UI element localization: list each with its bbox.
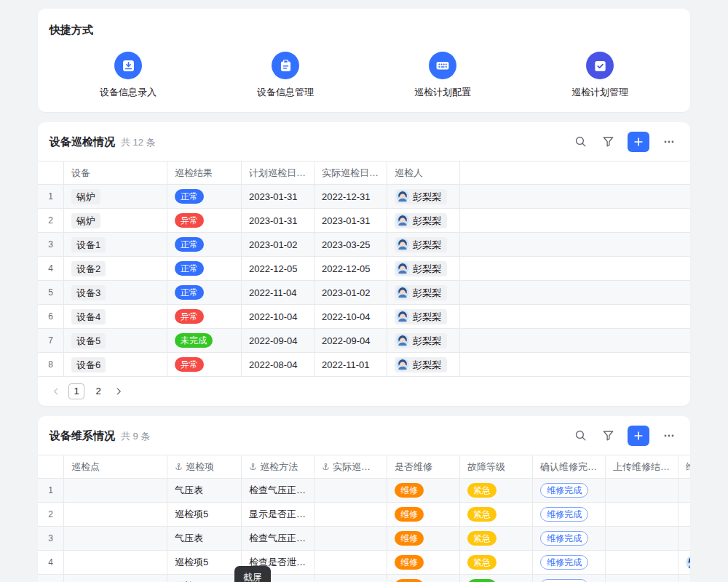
cell-item: 气压表	[167, 479, 242, 502]
table-row[interactable]: 6设备4异常2022-10-042022-10-04彭梨梨	[38, 305, 690, 329]
column-header: 设备	[64, 162, 167, 184]
cell-actual_date: 2022-10-04	[314, 305, 387, 328]
column-label: 巡检方法	[260, 461, 298, 474]
status-badge: 紧急	[467, 483, 496, 498]
person-avatar-icon	[396, 286, 409, 299]
column-label: 上传维修结…	[613, 461, 670, 474]
cell-inspector: 彭梨梨	[387, 281, 460, 304]
cell-confirm: 维修完成	[533, 551, 606, 574]
device-tag: 设备3	[71, 285, 106, 300]
status-badge: 异常	[175, 309, 204, 324]
cell-confirm: 维修完成	[533, 479, 606, 502]
filter-button[interactable]	[598, 426, 617, 445]
table-row[interactable]: 1气压表检查气压正…维修紧急维修完成	[38, 479, 690, 503]
more-button[interactable]	[660, 132, 678, 151]
filler-header	[460, 162, 690, 184]
shortcut-plan-config[interactable]: 巡检计划配置	[364, 52, 521, 99]
table-row[interactable]: 1锅炉正常2023-01-312022-12-31彭梨梨	[38, 185, 690, 209]
filler-cell	[460, 209, 690, 232]
cell-level: 紧急	[460, 503, 533, 526]
cell-result: 正常	[167, 257, 242, 280]
table-row[interactable]: 7设备5未完成2022-09-042022-09-04彭梨梨	[38, 329, 690, 353]
device-tag: 设备4	[71, 309, 106, 324]
more-button[interactable]	[660, 426, 678, 445]
cell-plan_date: 2022-10-04	[242, 305, 314, 328]
table-row[interactable]: 5设备3正常2022-11-042023-01-02彭梨梨	[38, 281, 690, 305]
column-label: 巡检结果	[175, 167, 213, 180]
cell-device: 设备4	[64, 305, 167, 328]
search-button[interactable]	[571, 132, 590, 151]
cell-result: 异常	[167, 209, 242, 232]
cell-repairer_avatar	[678, 503, 690, 526]
table-row[interactable]: 3设备1正常2023-01-022023-03-25彭梨梨	[38, 233, 690, 257]
row-number: 7	[38, 329, 64, 352]
shortcut-device-entry[interactable]: 设备信息录入	[50, 52, 207, 99]
status-badge: 维修	[395, 555, 424, 570]
status-badge: 正常	[175, 237, 204, 252]
prev-page-button[interactable]	[48, 383, 64, 399]
person-name: 彭梨梨	[413, 310, 441, 324]
status-badge: 维修完成	[540, 507, 588, 522]
person-tag: 彭梨梨	[395, 357, 447, 372]
plan-manage-icon	[586, 52, 614, 79]
row-number: 2	[38, 503, 64, 526]
cell-actual_date: 2023-01-02	[314, 281, 387, 304]
table-row[interactable]: 2锅炉异常2023-01-312023-01-31彭梨梨	[38, 209, 690, 233]
table-row[interactable]: 4巡检项5检查是否泄…维修紧急维修完成	[38, 551, 690, 575]
cell-device: 设备6	[64, 353, 167, 376]
cell-plan_date: 2023-01-02	[242, 233, 314, 256]
cell-point	[64, 503, 167, 526]
cell-device: 锅炉	[64, 185, 167, 208]
cell-plan_date: 2022-11-04	[242, 281, 314, 304]
screenshot-tooltip: 截屏	[234, 566, 271, 582]
status-badge: 一般	[467, 579, 496, 582]
cell-repair: 维修	[387, 527, 460, 550]
page-button-1[interactable]: 1	[68, 383, 84, 399]
add-record-button[interactable]	[628, 132, 649, 152]
table-row[interactable]: 2巡检项5显示是否正…维修紧急维修完成	[38, 503, 690, 527]
person-tag: 彭梨梨	[395, 189, 447, 204]
cell-inspector: 彭梨梨	[387, 185, 460, 208]
shortcut-device-manage[interactable]: 设备信息管理	[207, 52, 364, 99]
inspection-title: 设备巡检情况	[50, 134, 115, 149]
row-number: 4	[38, 257, 64, 280]
cell-upload	[606, 503, 678, 526]
column-header: 巡检项	[167, 455, 242, 478]
shortcuts-title: 快捷方式	[50, 22, 678, 37]
maintenance-card-header: 设备维系情况 共 9 条	[38, 416, 690, 455]
next-page-button[interactable]	[111, 383, 127, 399]
column-label: 巡检人	[395, 167, 423, 180]
cell-repairer_avatar	[678, 551, 690, 574]
search-button[interactable]	[571, 426, 590, 445]
lookup-icon	[322, 463, 330, 471]
person-name: 彭梨梨	[413, 286, 441, 300]
page-button-2[interactable]: 2	[90, 383, 106, 399]
table-row[interactable]: 8设备6异常2022-08-042022-11-01彭梨梨	[38, 353, 690, 377]
table-header-row: 设备巡检结果计划巡检日…实际巡检日…巡检人	[38, 162, 690, 185]
shortcut-plan-manage[interactable]: 巡检计划管理	[521, 52, 678, 99]
row-number: 1	[38, 185, 64, 208]
device-tag: 锅炉	[71, 213, 100, 228]
dashboard-page: 快捷方式 设备信息录入设备信息管理巡检计划配置巡检计划管理 设备巡检情况 共 1…	[0, 0, 728, 582]
person-avatar-icon	[396, 190, 409, 203]
cell-repair: 维修	[387, 575, 460, 582]
table-row[interactable]: 5巡检项5显示是否正…维修一般维修完成	[38, 575, 690, 582]
person-name: 彭梨梨	[413, 262, 441, 276]
add-record-button[interactable]	[628, 426, 649, 446]
person-name: 彭梨梨	[413, 238, 441, 252]
status-badge: 维修	[395, 483, 424, 498]
cell-level: 紧急	[460, 551, 533, 574]
shortcut-label: 巡检计划配置	[414, 86, 471, 99]
device-manage-icon	[272, 52, 299, 79]
row-number: 3	[38, 527, 64, 550]
cell-item: 巡检项5	[167, 575, 242, 582]
filter-button[interactable]	[598, 132, 617, 151]
cell-plan_date: 2022-09-04	[242, 329, 314, 352]
filler-cell	[460, 257, 690, 280]
inspection-card-header: 设备巡检情况 共 12 条	[38, 122, 690, 161]
device-tag: 设备6	[71, 357, 106, 372]
table-row[interactable]: 3气压表检查气压正…维修紧急维修完成	[38, 527, 690, 551]
table-row[interactable]: 4设备2正常2022-12-052022-12-05彭梨梨	[38, 257, 690, 281]
cell-inspector: 彭梨梨	[387, 305, 460, 328]
column-header: 巡检结果	[167, 162, 242, 184]
